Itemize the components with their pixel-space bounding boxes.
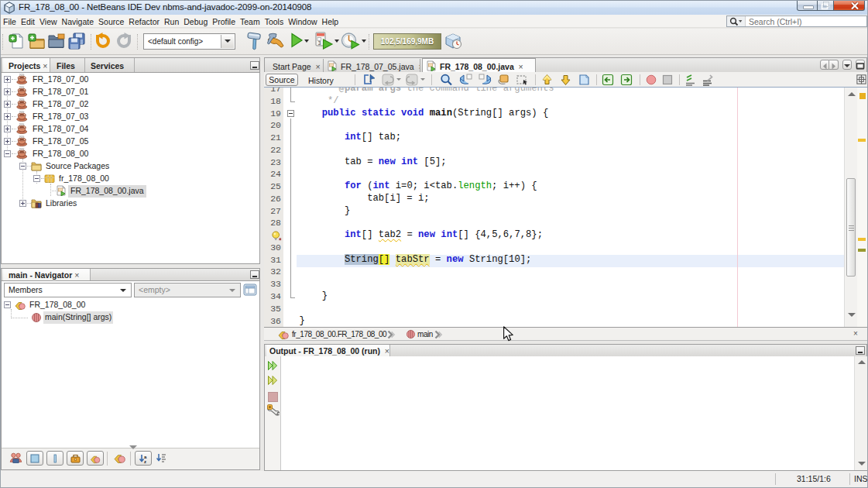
svg-text:z: z [144, 459, 146, 464]
svg-text:3: 3 [318, 40, 321, 46]
